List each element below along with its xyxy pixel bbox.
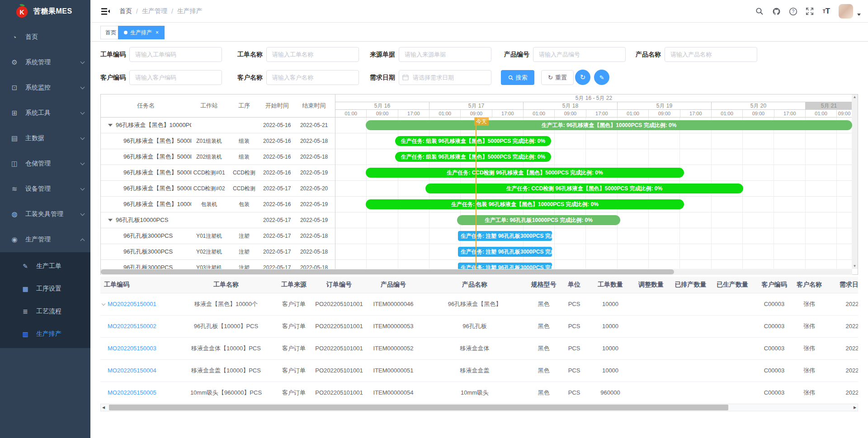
gantt-task-row[interactable]: 96孔孔板10000PCS2022-05-172022-05-19 — [101, 212, 335, 228]
day-label: 5月 19 — [618, 102, 712, 109]
gantt-task-row[interactable]: 96孔孔板3000PCSY02注塑机注塑2022-05-172022-05-18 — [101, 244, 335, 260]
github-icon[interactable] — [772, 7, 781, 16]
fullscreen-icon[interactable] — [805, 7, 814, 16]
gantt-task-row[interactable]: 96孔孔板3000PCSY01注塑机注塑2022-05-172022-05-18 — [101, 228, 335, 244]
table-cell-product_name: 96孔移液盒【黑色】 — [420, 293, 529, 315]
product-no-input[interactable] — [533, 47, 626, 62]
gantt-task-bar[interactable]: 生产任务: 包装 96孔移液盒【黑色】10000PCS 完成比例: 0% — [366, 199, 684, 209]
gantt-task-bar[interactable]: 生产工单: 96孔移液盒【黑色】10000PCS 完成比例: 0% — [366, 120, 852, 130]
sidebar-item-equipment[interactable]: ≋ 设备管理 — [0, 176, 90, 202]
sidebar-item-system-admin[interactable]: ⚙ 系统管理 — [0, 50, 90, 75]
font-size-icon[interactable]: TT — [822, 7, 831, 16]
collapse-triangle-icon[interactable] — [108, 219, 113, 221]
sidebar-item-system-tools[interactable]: ⊞ 系统工具 — [0, 100, 90, 126]
scroll-down-icon[interactable]: ▼ — [853, 264, 857, 269]
sidebar-item-home[interactable]: ◔ 首页 — [0, 24, 90, 50]
sidebar-collapse-icon[interactable] — [100, 6, 110, 16]
sidebar-item-system-monitor[interactable]: ⊡ 系统监控 — [0, 75, 90, 100]
work-order-name-input[interactable] — [266, 47, 359, 62]
work-order-link[interactable]: MO202205150003 — [108, 345, 156, 352]
reset-button[interactable]: ↻ 重置 — [541, 70, 574, 85]
hour-label: 17:00 — [492, 110, 524, 117]
work-order-link[interactable]: MO202205150002 — [108, 323, 156, 330]
gantt-task-bar[interactable]: 生产任务: 组装 96孔移液盒【黑色】5000PCS 完成比例: 0% — [395, 136, 551, 146]
sidebar-item-fixtures[interactable]: ◍ 工装夹具管理 — [0, 202, 90, 227]
scrollbar-thumb[interactable] — [101, 269, 674, 274]
gantt-task-row[interactable]: 96孔移液盒【黑色】5000PCSZ02组装机组装2022-05-162022-… — [101, 149, 335, 165]
gantt-task-row[interactable]: 96孔移液盒【黑色】5000PCSCCD检测#02CCD检测2022-05-17… — [101, 181, 335, 197]
gantt-task-row[interactable]: 96孔移液盒【黑色】10000PCS2022-05-162022-05-21 — [101, 118, 335, 133]
gantt-horizontal-scrollbar[interactable] — [101, 269, 852, 275]
table-row[interactable]: MO20220515000510mm吸头【960000】PCS客户订单PO202… — [100, 381, 858, 404]
gantt-task-row[interactable]: 96孔移液盒【黑色】5000PCSZ01组装机组装2022-05-162022-… — [101, 133, 335, 149]
demand-date-input[interactable] — [399, 70, 491, 85]
app-logo[interactable]: K 苦糖果MES — [0, 0, 90, 23]
sidebar-item-process-settings[interactable]: ▦ 工序设置 — [0, 278, 90, 300]
table-cell-scheduled_qty — [671, 293, 710, 315]
help-icon[interactable]: ? — [788, 7, 797, 16]
customer-code-input[interactable] — [129, 70, 222, 85]
customer-name-input[interactable] — [266, 70, 359, 85]
edit-circle-button[interactable]: ✎ — [594, 70, 609, 85]
sidebar-item-master-data[interactable]: ▤ 主数据 — [0, 126, 90, 151]
gantt-task-bar[interactable]: 生产任务: CCD检测 96孔移液盒【黑色】5000PCS 完成比例: 0% — [425, 184, 743, 193]
table-cell-produced_qty — [710, 359, 755, 381]
source-doc-input[interactable] — [399, 47, 491, 62]
task-start: 2022-05-17 — [261, 233, 293, 239]
avatar[interactable] — [839, 4, 853, 19]
gantt-task-bar[interactable]: 生产任务: 注塑 96孔孔板3000PCS 完成比例: 0% — [458, 263, 552, 269]
refresh-circle-button[interactable]: ↻ — [575, 70, 590, 85]
task-process: 组装 — [227, 137, 261, 145]
table-row[interactable]: MO202205150001移液盒【黑色】10000个客户订单PO2022051… — [100, 293, 858, 315]
chevron-down-icon[interactable] — [102, 301, 105, 305]
gantt-task-row[interactable]: 96孔移液盒【黑色】10000PCS包装机包装2022-05-162022-05… — [101, 197, 335, 212]
search-icon[interactable] — [755, 7, 764, 16]
scroll-up-icon[interactable]: ▲ — [853, 94, 857, 100]
sidebar-item-work-orders[interactable]: ✎ 生产工单 — [0, 255, 90, 278]
gantt-task-bar[interactable]: 生产工单: 96孔孔板10000PCS 完成比例: 0% — [457, 215, 620, 225]
table-cell-scheduled_qty — [671, 381, 710, 404]
work-order-link[interactable]: MO202205150001 — [108, 301, 156, 307]
caret-down-icon[interactable] — [857, 14, 861, 16]
work-order-code-input[interactable] — [129, 47, 222, 62]
sidebar-item-process-flow[interactable]: ≣ 工艺流程 — [0, 300, 90, 323]
work-order-link[interactable]: MO202205150005 — [108, 389, 156, 396]
table-row[interactable]: MO202205150003移液盒盒体【10000】PCS客户订单PO20220… — [100, 337, 858, 359]
day-label-weekend: 5月 21 — [806, 102, 852, 109]
gantt-task-bar[interactable]: 生产任务: 组装 96孔移液盒【黑色】5000PCS 完成比例: 0% — [395, 152, 551, 162]
table-row[interactable]: MO202205150004移液盒盒盖【10000】PCS客户订单PO20220… — [100, 359, 858, 381]
sidebar-item-production-schedule[interactable]: ▥ 生产排产 — [0, 323, 90, 345]
breadcrumb-level3[interactable]: 生产排产 — [177, 7, 203, 15]
table-cell-product_no: ITEM00000053 — [366, 315, 420, 337]
close-icon[interactable]: × — [156, 29, 159, 36]
table-horizontal-scrollbar[interactable]: ◀ ▶ — [100, 404, 858, 411]
search-button[interactable]: 搜索 — [501, 70, 534, 85]
table-row[interactable]: MO20220515000296孔孔板【10000】PCS客户订单PO20220… — [100, 315, 858, 337]
filter-customer-name: 客户名称 — [237, 70, 359, 85]
gantt-task-row[interactable]: 96孔移液盒【黑色】5000PCSCCD检测#01CCD检测2022-05-16… — [101, 165, 335, 181]
hour-label: 17:00 — [586, 110, 618, 117]
gantt-task-row[interactable]: 96孔孔板3000PCSY03注塑机注塑2022-05-172022-05-18 — [101, 260, 335, 269]
table-cell-demand_date: 2022 — [825, 293, 858, 315]
sidebar-item-warehouse[interactable]: ◫ 仓储管理 — [0, 151, 90, 176]
gantt-task-bar[interactable]: 生产任务: 注塑 96孔孔板3000PCS 完成比例: 0% — [458, 247, 552, 257]
scrollbar-thumb[interactable] — [109, 405, 728, 410]
col-customer-code: 客户编码 — [755, 277, 793, 293]
product-name-input[interactable] — [665, 47, 757, 62]
gantt-task-bar[interactable]: 生产任务: CCD检测 96孔移液盒【黑色】5000PCS 完成比例: 0% — [366, 168, 684, 178]
table-cell-product_no: ITEM00000046 — [366, 293, 420, 315]
tab-production-schedule[interactable]: 生产排产 × — [118, 26, 165, 39]
gantt-task-bar[interactable]: 生产任务: 注塑 96孔孔板3000PCS 完成比例: 0% — [458, 231, 552, 241]
task-start: 2022-05-16 — [261, 154, 293, 160]
task-name: 96孔移液盒【黑色】5000PCS — [101, 153, 191, 161]
breadcrumb-level2[interactable]: 生产管理 — [142, 7, 167, 15]
scroll-right-icon[interactable]: ▶ — [852, 405, 858, 410]
table-cell-source: 客户订单 — [276, 337, 312, 359]
scroll-left-icon[interactable]: ◀ — [101, 405, 106, 410]
work-order-link[interactable]: MO202205150004 — [108, 367, 156, 374]
sidebar-item-production[interactable]: ◉ 生产管理 — [0, 227, 90, 252]
breadcrumb-home[interactable]: 首页 — [119, 7, 132, 15]
collapse-triangle-icon[interactable] — [108, 124, 113, 127]
gauge-icon: ◔ — [11, 33, 18, 41]
gantt-vertical-scrollbar[interactable]: ▲ ▼ — [852, 94, 858, 269]
